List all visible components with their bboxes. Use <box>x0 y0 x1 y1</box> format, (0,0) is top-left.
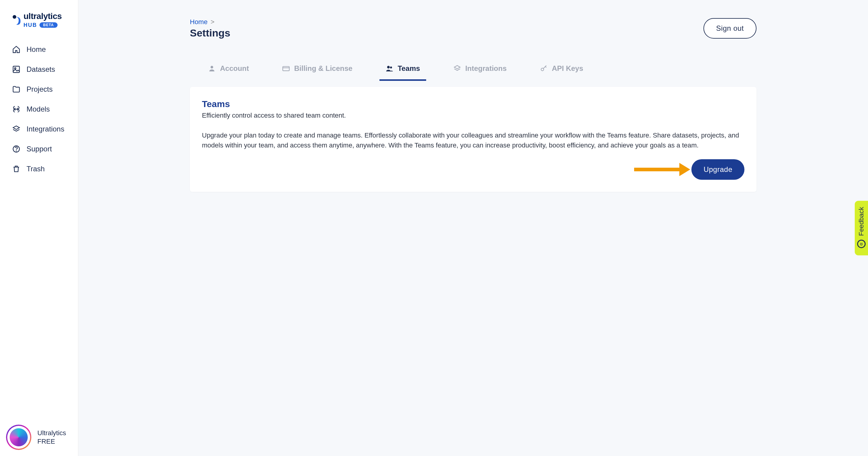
svg-rect-1 <box>13 66 20 73</box>
svg-point-4 <box>16 151 16 151</box>
feedback-tab[interactable]: Feedback <box>855 201 868 255</box>
breadcrumb: Home > <box>190 18 230 26</box>
svg-point-9 <box>390 67 393 69</box>
sidebar-item-integrations[interactable]: Integrations <box>3 119 75 139</box>
card-body: Upgrade your plan today to create and ma… <box>202 130 744 150</box>
tab-label: API Keys <box>552 64 583 73</box>
tab-billing[interactable]: Billing & License <box>276 60 358 81</box>
tab-label: Integrations <box>465 64 507 73</box>
upgrade-button[interactable]: Upgrade <box>691 159 744 180</box>
beta-badge: BETA <box>39 22 58 28</box>
teams-card: Teams Efficiently control access to shar… <box>190 87 756 192</box>
layers-icon <box>12 125 21 133</box>
avatar <box>6 425 31 450</box>
folder-icon <box>12 85 21 93</box>
svg-point-11 <box>861 243 861 244</box>
sidebar: ultralytics HUB BETA Home Datasets <box>0 0 79 456</box>
sidebar-item-label: Datasets <box>27 65 55 74</box>
sidebar-item-projects[interactable]: Projects <box>3 80 75 99</box>
signout-button[interactable]: Sign out <box>704 18 756 38</box>
svg-point-8 <box>387 66 390 68</box>
tab-integrations[interactable]: Integrations <box>447 60 513 81</box>
breadcrumb-separator: > <box>211 18 215 26</box>
sidebar-item-label: Integrations <box>27 125 64 133</box>
people-icon <box>385 64 393 73</box>
arrow-annotation-icon <box>634 163 690 176</box>
logo[interactable]: ultralytics HUB BETA <box>0 9 78 40</box>
sidebar-item-trash[interactable]: Trash <box>3 159 75 178</box>
home-icon <box>12 45 21 54</box>
sidebar-item-label: Trash <box>27 165 44 173</box>
sidebar-item-models[interactable]: Models <box>3 99 75 119</box>
breadcrumb-home-link[interactable]: Home <box>190 18 208 26</box>
ultralytics-logo-icon <box>12 15 21 25</box>
card-title: Teams <box>202 99 744 109</box>
main: Home > Settings Sign out Account Billing… <box>79 0 868 456</box>
svg-point-0 <box>13 15 16 19</box>
help-icon <box>12 145 21 153</box>
tab-api-keys[interactable]: API Keys <box>534 60 589 81</box>
card-subtitle: Efficiently control access to shared tea… <box>202 112 744 119</box>
command-icon <box>12 105 21 113</box>
trash-icon <box>12 165 21 173</box>
brand-name: ultralytics <box>24 12 62 21</box>
account-plan: FREE <box>37 437 66 446</box>
hub-text: HUB <box>24 22 37 28</box>
tab-label: Billing & License <box>294 64 352 73</box>
smile-icon <box>857 239 866 248</box>
tab-label: Account <box>220 64 249 73</box>
sidebar-account[interactable]: Ultralytics FREE <box>0 419 78 456</box>
sidebar-item-datasets[interactable]: Datasets <box>3 60 75 79</box>
layers-icon <box>453 64 461 73</box>
user-icon <box>208 64 216 73</box>
sidebar-item-label: Models <box>27 105 50 113</box>
tab-label: Teams <box>398 64 420 73</box>
svg-point-5 <box>211 66 213 68</box>
svg-rect-6 <box>283 67 289 71</box>
tab-teams[interactable]: Teams <box>379 60 426 81</box>
header-row: Home > Settings Sign out <box>190 18 756 39</box>
sidebar-item-label: Home <box>27 45 46 54</box>
sidebar-item-label: Support <box>27 145 52 153</box>
tabs: Account Billing & License Teams Integrat… <box>190 60 756 81</box>
sidebar-item-label: Projects <box>27 85 53 93</box>
account-name: Ultralytics <box>37 429 66 437</box>
card-actions: Upgrade <box>202 159 744 180</box>
sidebar-item-support[interactable]: Support <box>3 139 75 159</box>
svg-point-10 <box>541 68 544 71</box>
svg-point-12 <box>862 243 862 244</box>
feedback-label: Feedback <box>858 207 865 236</box>
sidebar-item-home[interactable]: Home <box>3 40 75 59</box>
svg-point-2 <box>14 67 16 69</box>
nav-list: Home Datasets Projects Models Integratio <box>0 40 78 178</box>
image-icon <box>12 65 21 74</box>
tab-account[interactable]: Account <box>202 60 255 81</box>
key-icon <box>540 64 548 73</box>
page-title: Settings <box>190 27 230 39</box>
credit-card-icon <box>282 64 290 73</box>
